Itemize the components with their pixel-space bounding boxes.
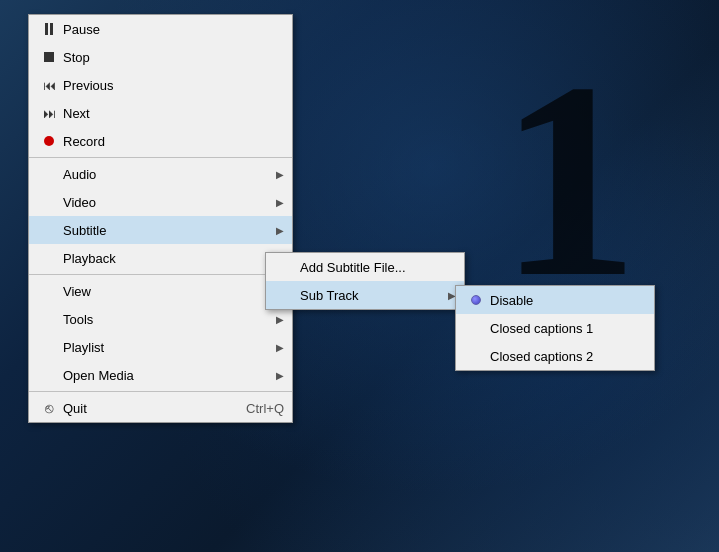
stop-icon (35, 52, 63, 62)
menu-item-next[interactable]: Next (29, 99, 292, 127)
playlist-label: Playlist (63, 340, 276, 355)
quit-icon: ⎋ (35, 400, 63, 416)
video-arrow: ▶ (276, 197, 284, 208)
separator-1 (29, 157, 292, 158)
playlist-arrow: ▶ (276, 342, 284, 353)
main-context-menu: Pause Stop Previous Next Record Audio ▶ … (28, 14, 293, 423)
previous-label: Previous (63, 78, 284, 93)
sub-track-label: Sub Track (300, 288, 448, 303)
tools-arrow: ▶ (276, 314, 284, 325)
menu-item-stop[interactable]: Stop (29, 43, 292, 71)
quit-shortcut: Ctrl+Q (246, 401, 284, 416)
add-subtitle-label: Add Subtitle File... (300, 260, 456, 275)
menu-item-audio[interactable]: Audio ▶ (29, 160, 292, 188)
submenu-add-subtitle[interactable]: Add Subtitle File... (266, 253, 464, 281)
next-label: Next (63, 106, 284, 121)
pause-icon (35, 23, 63, 35)
open-media-arrow: ▶ (276, 370, 284, 381)
submenu-disable[interactable]: Disable (456, 286, 654, 314)
submenu-sub-track[interactable]: Sub Track ▶ (266, 281, 464, 309)
audio-arrow: ▶ (276, 169, 284, 180)
pause-label: Pause (63, 22, 284, 37)
menu-item-playback[interactable]: Playback ▶ (29, 244, 292, 272)
separator-2 (29, 274, 292, 275)
menu-item-record[interactable]: Record (29, 127, 292, 155)
subtitle-arrow: ▶ (276, 225, 284, 236)
submenu-cc1[interactable]: Closed captions 1 (456, 314, 654, 342)
next-icon (35, 106, 63, 121)
quit-label: Quit (63, 401, 226, 416)
open-media-label: Open Media (63, 368, 276, 383)
bg-number: 1 (499, 40, 639, 320)
record-label: Record (63, 134, 284, 149)
menu-item-view[interactable]: View ▶ (29, 277, 292, 305)
subtitle-label: Subtitle (63, 223, 276, 238)
disable-label: Disable (490, 293, 646, 308)
tools-label: Tools (63, 312, 276, 327)
view-label: View (63, 284, 276, 299)
menu-item-quit[interactable]: ⎋ Quit Ctrl+Q (29, 394, 292, 422)
menu-item-open-media[interactable]: Open Media ▶ (29, 361, 292, 389)
menu-item-previous[interactable]: Previous (29, 71, 292, 99)
video-label: Video (63, 195, 276, 210)
menu-item-subtitle[interactable]: Subtitle ▶ (29, 216, 292, 244)
menu-item-video[interactable]: Video ▶ (29, 188, 292, 216)
separator-3 (29, 391, 292, 392)
menu-item-pause[interactable]: Pause (29, 15, 292, 43)
sub-track-submenu: Disable Closed captions 1 Closed caption… (455, 285, 655, 371)
cc2-label: Closed captions 2 (490, 349, 646, 364)
previous-icon (35, 78, 63, 93)
subtitle-submenu: Add Subtitle File... Sub Track ▶ (265, 252, 465, 310)
stop-label: Stop (63, 50, 284, 65)
record-icon (35, 136, 63, 146)
audio-label: Audio (63, 167, 276, 182)
cc1-label: Closed captions 1 (490, 321, 646, 336)
disable-radio-icon (462, 295, 490, 305)
menu-item-tools[interactable]: Tools ▶ (29, 305, 292, 333)
playback-label: Playback (63, 251, 276, 266)
submenu-cc2[interactable]: Closed captions 2 (456, 342, 654, 370)
menu-item-playlist[interactable]: Playlist ▶ (29, 333, 292, 361)
